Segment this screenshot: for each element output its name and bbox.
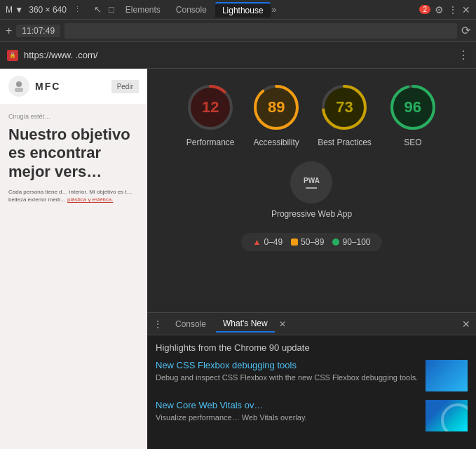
legend-good: 90–100 — [332, 237, 370, 247]
new-tab-button[interactable]: + — [6, 25, 12, 37]
bottom-tab-bar: ⋮ Console What's New ✕ ✕ — [147, 313, 476, 335]
bottom-panel: ⋮ Console What's New ✕ ✕ Highlights from… — [147, 312, 476, 449]
pwa-label: Progressive Web App — [271, 209, 352, 219]
legend-average-label: 50–89 — [301, 237, 324, 247]
close-devtools-icon[interactable]: ✕ — [462, 4, 470, 15]
news-desc-2: Visualize performance… Web Vitals overla… — [156, 413, 419, 423]
browser-chrome: M ▼ 360 × 640 ⋮ ↖ □ Elements Console Lig… — [0, 0, 476, 20]
nav-button[interactable]: Pedir — [111, 80, 139, 93]
score-legend: ▲ 0–49 50–89 90–100 — [241, 233, 381, 251]
pwa-text: PWA — [304, 177, 320, 185]
legend-bad-label: 0–49 — [264, 237, 283, 247]
website-preview: MFC Pedir Cirugía estét… Nuestro objetiv… — [0, 69, 147, 449]
pwa-dash — [306, 187, 317, 189]
news-text-2: New Core Web Vitals ov… Visualize perfor… — [156, 400, 419, 423]
site-header: MFC Pedir — [0, 69, 147, 105]
site-subtitle: Cirugía estét… — [8, 113, 139, 120]
score-seo: 96 SEO — [388, 83, 437, 147]
mobile-icon[interactable]: □ — [106, 4, 117, 15]
scores-row: 12 Performance 89 Accessibility — [186, 83, 437, 147]
settings-icon[interactable]: ⚙ — [435, 4, 444, 15]
seo-circle: 96 — [388, 83, 437, 132]
site-favicon: 🔒 — [7, 50, 18, 61]
circle-icon — [332, 239, 339, 246]
score-performance: 12 Performance — [186, 83, 235, 147]
legend-bad: ▲ 0–49 — [252, 237, 283, 247]
accessibility-circle: 89 — [252, 83, 301, 132]
tab-elements[interactable]: Elements — [118, 3, 168, 17]
lighthouse-panel: 12 Performance 89 Accessibility — [147, 69, 476, 312]
whats-new-content: Highlights from the Chrome 90 update New… — [147, 335, 476, 449]
news-heading-1[interactable]: New CSS Flexbox debugging tools — [156, 360, 419, 370]
error-badge: 2 — [419, 5, 430, 14]
cursor-icon[interactable]: ↖ — [91, 4, 104, 15]
address-bar[interactable] — [64, 23, 457, 39]
pwa-item: PWA Progressive Web App — [271, 161, 352, 219]
main-area: MFC Pedir Cirugía estét… Nuestro objetiv… — [0, 69, 476, 449]
browser-dims: 360 × 640 — [26, 5, 69, 15]
time-display: 11:07:49 — [16, 25, 60, 37]
performance-value: 12 — [202, 98, 219, 116]
best-practices-circle: 73 — [320, 83, 369, 132]
site-heading: Nuestro objetivo es encontrar mejor vers… — [8, 126, 139, 181]
url-menu-icon[interactable]: ⋮ — [458, 48, 469, 62]
news-item-1: New CSS Flexbox debugging tools Debug an… — [156, 360, 468, 391]
url-text[interactable]: https://www. .com/ — [24, 50, 452, 60]
devtools-tab-bar: ↖ □ Elements Console Lighthouse » — [91, 2, 419, 18]
site-body: Cirugía estét… Nuestro objetivo es encon… — [0, 105, 147, 213]
tab-console[interactable]: Console — [169, 3, 214, 17]
address-row: + 11:07:49 ⟳ — [0, 20, 476, 42]
whats-new-title: Highlights from the Chrome 90 update — [156, 342, 468, 353]
logo-text: MFC — [35, 81, 60, 92]
close-bottom-panel-icon[interactable]: ✕ — [462, 319, 470, 330]
pwa-circle: PWA — [290, 161, 332, 203]
score-accessibility: 89 Accessibility — [252, 83, 301, 147]
tab-console-bottom[interactable]: Console — [168, 316, 213, 332]
accessibility-value: 89 — [268, 98, 285, 116]
reload-icon[interactable]: ⟳ — [461, 24, 470, 37]
news-heading-2[interactable]: New Core Web Vitals ov… — [156, 400, 419, 410]
tab-lighthouse[interactable]: Lighthouse — [215, 2, 271, 18]
url-row: 🔒 https://www. .com/ ⋮ — [0, 42, 476, 69]
browser-menu[interactable]: M ▼ — [3, 5, 26, 15]
site-logo — [8, 76, 29, 97]
bottom-panel-menu[interactable]: ⋮ — [153, 319, 163, 330]
whats-new-close-icon[interactable]: ✕ — [279, 319, 286, 329]
performance-circle: 12 — [186, 83, 235, 132]
best-practices-label: Best Practices — [318, 138, 372, 147]
svg-rect-1 — [15, 88, 23, 92]
triangle-icon: ▲ — [252, 237, 261, 247]
seo-value: 96 — [404, 98, 421, 116]
score-best-practices: 73 Best Practices — [318, 83, 372, 147]
accessibility-label: Accessibility — [253, 138, 299, 147]
best-practices-value: 73 — [336, 98, 353, 116]
devtools-panel: 12 Performance 89 Accessibility — [147, 69, 476, 449]
site-paragraph: Cada persona tiene d… interior. Mi objet… — [8, 188, 139, 203]
legend-average: 50–89 — [291, 237, 324, 247]
legend-good-label: 90–100 — [342, 237, 370, 247]
more-tabs[interactable]: » — [272, 5, 277, 15]
news-thumbnail-1 — [426, 360, 468, 391]
resize-icon[interactable]: ⋮ — [69, 5, 86, 14]
news-text-1: New CSS Flexbox debugging tools Debug an… — [156, 360, 419, 383]
devtools-toolbar: 2 ⚙ ⋮ ✕ — [419, 4, 470, 15]
site-link[interactable]: plástica y estética. — [67, 196, 113, 203]
more-options-icon[interactable]: ⋮ — [448, 4, 458, 15]
performance-label: Performance — [186, 138, 235, 147]
svg-point-0 — [16, 81, 22, 87]
news-desc-1: Debug and inspect CSS Flexbox with the n… — [156, 373, 419, 383]
square-icon — [291, 239, 298, 246]
news-item-2: New Core Web Vitals ov… Visualize perfor… — [156, 400, 468, 431]
seo-label: SEO — [404, 138, 421, 147]
tab-whats-new[interactable]: What's New — [216, 316, 275, 333]
news-thumbnail-2 — [426, 400, 468, 431]
